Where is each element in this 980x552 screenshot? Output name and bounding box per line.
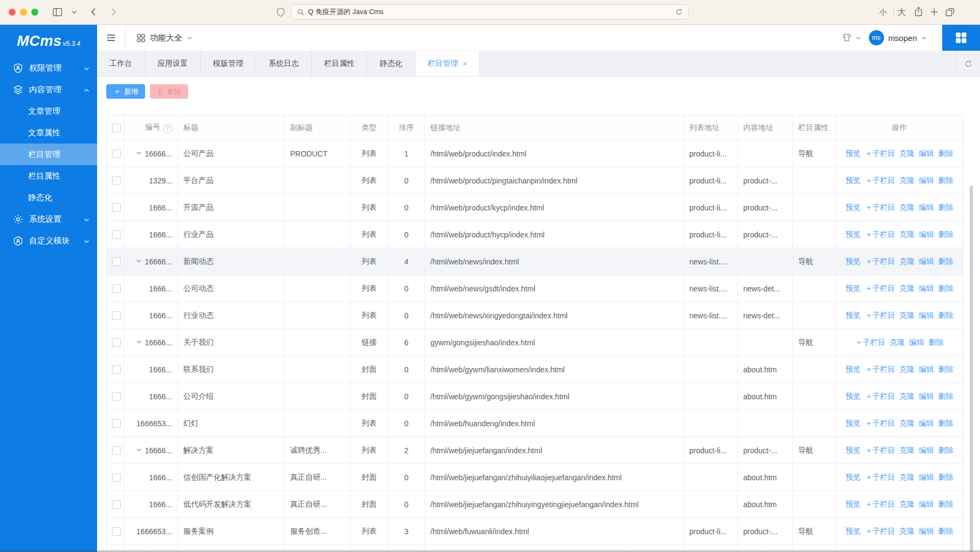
action-link-删除[interactable]: 删除 [938, 284, 954, 292]
row-checkbox[interactable] [112, 176, 121, 185]
action-link-编辑[interactable]: 编辑 [919, 527, 934, 535]
forward-icon[interactable] [108, 6, 119, 17]
action-link-预览[interactable]: 预览 [846, 230, 861, 238]
action-link-克隆[interactable]: 克隆 [900, 257, 915, 265]
tab-系统日志[interactable]: 系统日志 [256, 51, 312, 76]
action-link-预览[interactable]: 预览 [846, 527, 861, 535]
sidebar-item-静态化[interactable]: 静态化 [0, 187, 97, 208]
function-menu[interactable]: 功能大全 [136, 33, 193, 43]
action-link-编辑[interactable]: 编辑 [919, 311, 934, 319]
url-bar[interactable]: Q 免疫开源的 Java Cms [291, 4, 689, 19]
action-link-编辑[interactable]: 编辑 [919, 149, 934, 158]
action-link-＋子栏目[interactable]: ＋子栏目 [865, 446, 895, 454]
action-link-删除[interactable]: 删除 [929, 338, 944, 346]
row-checkbox[interactable] [112, 338, 121, 347]
add-button[interactable]: ＋ 新增 [106, 84, 145, 99]
privacy-shield-icon[interactable] [277, 8, 285, 17]
row-expand-icon[interactable] [136, 149, 142, 158]
action-link-删除[interactable]: 删除 [938, 446, 954, 454]
row-checkbox[interactable] [112, 203, 121, 212]
action-link-＋子栏目[interactable]: ＋子栏目 [865, 473, 895, 481]
action-link-＋子栏目[interactable]: ＋子栏目 [865, 203, 895, 212]
action-link-删除[interactable]: 删除 [938, 473, 954, 481]
tab-栏目管理[interactable]: 栏目管理× [415, 51, 480, 76]
action-link-删除[interactable]: 删除 [938, 203, 954, 212]
row-checkbox[interactable] [112, 527, 121, 536]
apps-grid-button[interactable] [942, 25, 980, 51]
action-link-＋子栏目[interactable]: ＋子栏目 [865, 149, 895, 158]
tab-应用设置[interactable]: 应用设置 [145, 51, 201, 76]
window-zoom-button[interactable] [31, 9, 38, 16]
action-link-编辑[interactable]: 编辑 [919, 419, 934, 427]
action-link-预览[interactable]: 预览 [846, 365, 861, 373]
action-link-预览[interactable]: 预览 [846, 311, 861, 319]
user-menu[interactable]: ms msopen [869, 30, 927, 45]
sidebar-chevron-icon[interactable] [71, 9, 77, 15]
action-link-预览[interactable]: 预览 [846, 176, 861, 185]
row-expand-icon[interactable] [136, 446, 142, 454]
action-link-编辑[interactable]: 编辑 [919, 203, 934, 212]
action-link-克隆[interactable]: 克隆 [900, 419, 915, 427]
row-expand-icon[interactable] [136, 338, 142, 346]
action-link-编辑[interactable]: 编辑 [919, 365, 934, 373]
vertical-scrollbar[interactable] [970, 186, 973, 552]
delete-button[interactable]: 删除 [150, 84, 188, 99]
select-all-checkbox[interactable] [112, 124, 121, 132]
reload-icon[interactable] [675, 8, 683, 16]
row-checkbox[interactable] [112, 365, 121, 374]
action-link-编辑[interactable]: 编辑 [919, 500, 934, 508]
action-link-＋子栏目[interactable]: ＋子栏目 [865, 419, 895, 427]
row-checkbox[interactable] [112, 284, 121, 293]
action-link-编辑[interactable]: 编辑 [909, 338, 924, 346]
action-link-克隆[interactable]: 克隆 [900, 446, 915, 454]
action-link-＋子栏目[interactable]: ＋子栏目 [865, 284, 895, 292]
menu-fold-icon[interactable] [106, 32, 116, 43]
action-link-编辑[interactable]: 编辑 [919, 176, 934, 185]
tab-overview-icon[interactable] [944, 6, 956, 18]
action-link-编辑[interactable]: 编辑 [919, 392, 934, 400]
action-link-预览[interactable]: 预览 [846, 500, 861, 508]
action-link-克隆[interactable]: 克隆 [890, 338, 905, 346]
action-link-预览[interactable]: 预览 [846, 149, 861, 158]
tab-模版管理[interactable]: 模版管理 [201, 51, 256, 76]
sidebar-item-自定义模块[interactable]: 自定义模块 [0, 230, 97, 251]
action-link-＋子栏目[interactable]: ＋子栏目 [865, 365, 895, 373]
row-checkbox[interactable] [112, 230, 121, 239]
action-link-克隆[interactable]: 克隆 [900, 203, 915, 212]
row-checkbox[interactable] [112, 419, 121, 428]
tab-close-icon[interactable]: × [463, 59, 467, 68]
browser-sidebar-icon[interactable] [52, 6, 63, 18]
action-link-预览[interactable]: 预览 [846, 284, 861, 292]
action-link-编辑[interactable]: 编辑 [919, 473, 934, 481]
action-link-克隆[interactable]: 克隆 [900, 527, 915, 535]
action-link-预览[interactable]: 预览 [846, 473, 861, 481]
window-minimize-button[interactable] [20, 9, 27, 16]
sidebar-item-文章管理[interactable]: 文章管理 [0, 100, 97, 122]
action-link-克隆[interactable]: 克隆 [900, 284, 915, 292]
action-link-＋子栏目[interactable]: ＋子栏目 [855, 338, 886, 346]
window-close-button[interactable] [9, 9, 16, 16]
back-icon[interactable] [88, 6, 99, 17]
action-link-删除[interactable]: 删除 [938, 257, 954, 265]
zoom-in-button[interactable]: 大 [897, 7, 906, 18]
action-link-克隆[interactable]: 克隆 [900, 311, 915, 319]
row-expand-icon[interactable] [136, 257, 142, 265]
action-link-＋子栏目[interactable]: ＋子栏目 [865, 257, 895, 265]
action-link-删除[interactable]: 删除 [938, 419, 954, 427]
action-link-预览[interactable]: 预览 [846, 392, 861, 400]
action-link-删除[interactable]: 删除 [938, 500, 954, 508]
sidebar-item-文章属性[interactable]: 文章属性 [0, 122, 97, 144]
action-link-删除[interactable]: 删除 [938, 311, 954, 319]
action-link-删除[interactable]: 删除 [938, 149, 954, 158]
sidebar-item-权限管理[interactable]: 权限管理 [0, 57, 97, 79]
row-checkbox[interactable] [112, 311, 121, 320]
action-link-克隆[interactable]: 克隆 [900, 176, 915, 185]
sidebar-item-系统设置[interactable]: 系统设置 [0, 208, 97, 230]
action-link-编辑[interactable]: 编辑 [919, 257, 934, 265]
action-link-删除[interactable]: 删除 [938, 176, 954, 185]
action-link-克隆[interactable]: 克隆 [900, 473, 915, 481]
row-checkbox[interactable] [112, 149, 121, 158]
action-link-＋子栏目[interactable]: ＋子栏目 [865, 392, 895, 400]
action-link-克隆[interactable]: 克隆 [900, 149, 915, 158]
help-icon[interactable]: ? [163, 124, 172, 133]
